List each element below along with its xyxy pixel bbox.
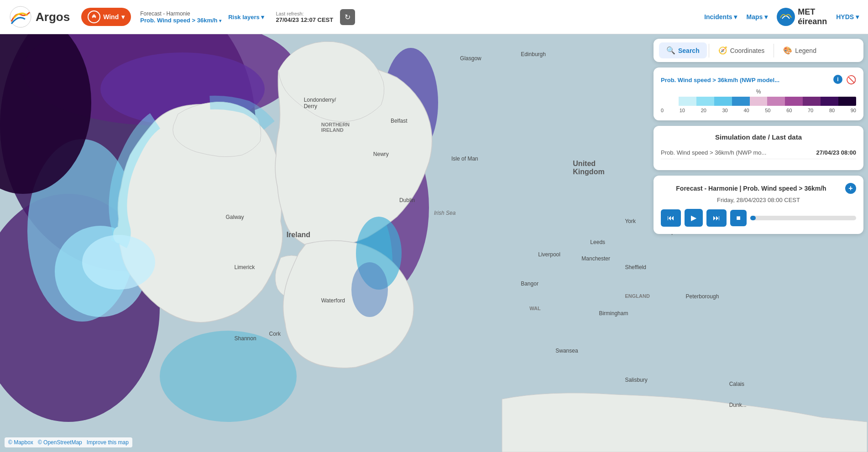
openstreetmap-link[interactable]: © OpenStreetMap — [38, 439, 82, 446]
hyds-arrow: ▾ — [856, 13, 859, 21]
met-circle-icon — [777, 8, 795, 26]
add-layer-button[interactable]: + — [845, 183, 856, 194]
simulation-title: Simulation date / Last data — [661, 133, 856, 141]
map-area[interactable]: Glasgow Edinburgh Londonderry/Derry NORT… — [0, 34, 868, 452]
tab-legend[interactable]: 🎨 Legend — [776, 42, 824, 58]
hide-layer-icon[interactable]: 🚫 — [846, 75, 856, 85]
wind-dropdown-arrow: ▾ — [121, 13, 125, 21]
legend-scale: 0 10 20 30 40 50 60 70 80 90 — [661, 108, 856, 113]
forecast-section: Forecast - Harmonie Prob. Wind speed > 3… — [140, 10, 221, 24]
tab-divider-2 — [774, 44, 774, 57]
info-icon[interactable]: i — [833, 75, 842, 84]
color-seg-3 — [714, 97, 732, 106]
met-eireann-text: METéireann — [798, 7, 827, 26]
color-seg-5 — [750, 97, 768, 106]
simulation-row-date: 27/04/23 08:00 — [816, 149, 856, 156]
stop-button[interactable]: ■ — [730, 210, 747, 226]
color-seg-4 — [732, 97, 750, 106]
player-title-text: Forecast - Harmonie | Prob. Wind speed >… — [661, 185, 842, 192]
logo-text: Argos — [36, 10, 70, 24]
color-seg-2 — [696, 97, 714, 106]
player-title-row: Forecast - Harmonie | Prob. Wind speed >… — [661, 183, 856, 194]
argos-logo-icon — [9, 5, 32, 28]
top-tabs: 🔍 Search 🧭 Coordinates 🎨 Legend — [654, 39, 863, 62]
incidents-button[interactable]: Incidents ▾ — [704, 13, 737, 21]
progress-bar-fill — [750, 216, 756, 220]
incidents-arrow: ▾ — [734, 13, 737, 21]
right-panel: 🔍 Search 🧭 Coordinates 🎨 Legend Prob. Wi… — [654, 39, 863, 234]
last-refresh-value: 27/04/23 12:07 CEST — [276, 16, 333, 23]
tab-coordinates[interactable]: 🧭 Coordinates — [711, 42, 772, 58]
svg-point-19 — [351, 262, 388, 317]
color-seg-7 — [785, 97, 803, 106]
mapbox-link[interactable]: © Mapbox — [8, 439, 33, 446]
svg-point-0 — [10, 6, 31, 27]
simulation-row: Prob. Wind speed > 36km/h (NWP mo... 27/… — [661, 146, 856, 159]
color-seg-8 — [803, 97, 821, 106]
improve-map-link[interactable]: Improve this map — [87, 439, 129, 446]
svg-point-20 — [82, 235, 155, 290]
hyds-button[interactable]: HYDS ▾ — [836, 13, 859, 21]
tab-divider-1 — [709, 44, 709, 57]
color-seg-0 — [661, 97, 679, 106]
legend-color-bar — [661, 97, 856, 106]
refresh-button[interactable]: ↻ — [340, 9, 355, 25]
color-seg-1 — [679, 97, 696, 106]
player-datetime: Friday, 28/04/2023 08:00 CEST — [661, 197, 856, 203]
simulation-row-label: Prob. Wind speed > 36km/h (NWP mo... — [661, 149, 766, 156]
risk-layers-button[interactable]: Risk layers ▾ — [228, 14, 264, 21]
color-seg-10 — [838, 97, 856, 106]
refresh-section: Last refresh: 27/04/23 12:07 CEST — [276, 11, 333, 23]
progress-bar-container[interactable] — [750, 216, 856, 220]
maps-arrow: ▾ — [764, 13, 768, 21]
skip-forward-button[interactable]: ⏭ — [706, 209, 727, 227]
color-seg-6 — [767, 97, 785, 106]
wind-button[interactable]: Wind ▾ — [81, 8, 131, 26]
search-icon: 🔍 — [666, 46, 675, 55]
coordinates-icon: 🧭 — [718, 46, 727, 55]
legend-title-icons: i 🚫 — [833, 75, 856, 85]
wind-label: Wind — [103, 13, 119, 21]
legend-card: Prob. Wind speed > 36km/h (NWP model... … — [654, 68, 863, 120]
legend-icon: 🎨 — [783, 46, 792, 55]
legend-percent-label: % — [661, 88, 856, 95]
forecast-label: Forecast - Harmonie — [140, 10, 221, 17]
simulation-card: Simulation date / Last data Prob. Wind s… — [654, 126, 863, 170]
color-seg-9 — [821, 97, 838, 106]
header-right: Incidents ▾ Maps ▾ METéireann HYDS ▾ — [704, 7, 859, 26]
maps-button[interactable]: Maps ▾ — [746, 13, 768, 21]
header: Argos Wind ▾ Forecast - Harmonie Prob. W… — [0, 0, 868, 34]
player-card: Forecast - Harmonie | Prob. Wind speed >… — [654, 176, 863, 234]
prob-wind-dropdown[interactable]: Prob. Wind speed > 36km/h ▾ — [140, 17, 221, 24]
prob-wind-arrow: ▾ — [219, 18, 221, 23]
player-controls: ⏮ ▶ ⏭ ■ — [661, 209, 856, 227]
risk-layers-arrow: ▾ — [261, 14, 264, 21]
met-logo: METéireann — [777, 7, 827, 26]
map-attribution: © Mapbox © OpenStreetMap Improve this ma… — [5, 437, 132, 447]
wind-icon — [88, 10, 100, 23]
last-refresh-label: Last refresh: — [276, 11, 333, 16]
skip-back-button[interactable]: ⏮ — [661, 209, 681, 227]
logo-area: Argos — [9, 5, 70, 28]
legend-title: Prob. Wind speed > 36km/h (NWP model... … — [661, 75, 856, 85]
svg-point-10 — [160, 331, 297, 422]
sim-spacer — [661, 159, 856, 163]
play-button[interactable]: ▶ — [685, 209, 703, 227]
tab-search[interactable]: 🔍 Search — [659, 42, 707, 58]
